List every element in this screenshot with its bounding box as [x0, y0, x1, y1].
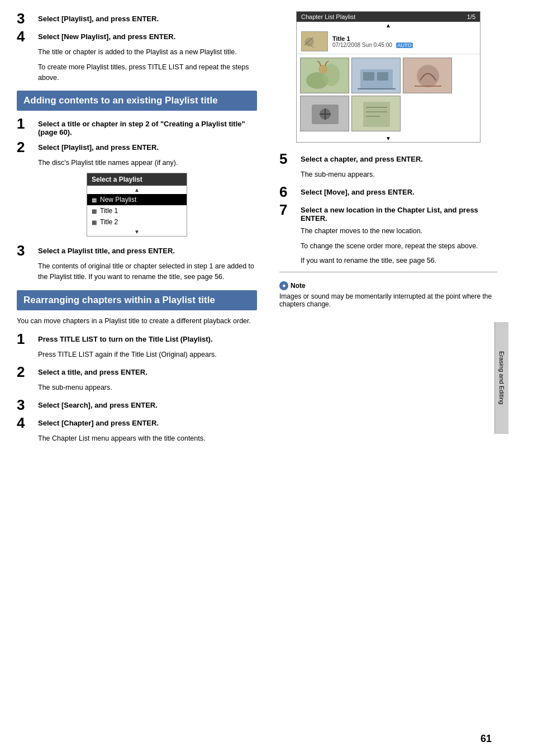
chapter-list-panel: Chapter List Playlist 1/5 ▲ Title 1: [296, 11, 480, 143]
s2-step-1-number: 1: [17, 332, 35, 346]
playlist-item-icon-2: ▦: [92, 219, 97, 225]
s1-step-3-desc: The contents of original title or chapte…: [38, 261, 257, 282]
sidebar-tab: Erasing and Editing: [494, 322, 508, 434]
step-4-desc2: To create more Playlist titles, press TI…: [38, 62, 257, 83]
section1-header: Adding contents to an existing Playlist …: [17, 91, 257, 111]
note-icon: ✦: [279, 281, 288, 290]
step-4-text: Select [New Playlist], and press ENTER.: [38, 29, 257, 41]
r-step-5-number: 5: [279, 152, 297, 166]
playlist-item-icon-1: ▦: [92, 208, 97, 214]
r-step-6-block: 6 Select [Move], and press ENTER.: [279, 185, 497, 199]
chapter-date-text: 07/12/2008 Sun 0:45:00: [332, 42, 392, 48]
s2-step-2-block: 2 Select a title, and press ENTER.: [17, 365, 257, 379]
s1-step-3-number: 3: [17, 243, 35, 258]
chapter-panel-header: Chapter List Playlist 1/5: [297, 12, 480, 22]
chapter-title-row: Title 1 07/12/2008 Sun 0:45:00 AUTO: [297, 29, 480, 54]
r-step-5-block: 5 Select a chapter, and press ENTER.: [279, 152, 497, 166]
s2-step-3-block: 3 Select [Search], and press ENTER.: [17, 398, 257, 412]
left-column: 3 Select [Playlist], and press ENTER. 4 …: [0, 0, 268, 756]
r-step-7-number: 7: [279, 202, 297, 217]
step-4-bold: Select [New Playlist], and press ENTER.: [38, 32, 175, 41]
s2-step-2-bold: Select a title, and press ENTER.: [38, 368, 147, 376]
playlist-item-label-2: Title 2: [100, 218, 118, 226]
playlist-item-label-1: Title 1: [100, 207, 118, 215]
r-step-5-desc: The sub-menu appears.: [301, 169, 497, 180]
s1-step-1-number: 1: [17, 116, 35, 131]
chapter-panel-up-arrow: ▲: [297, 22, 480, 29]
s1-step-2-bold: Select [Playlist], and press ENTER.: [38, 143, 159, 152]
playlist-item-1[interactable]: ▦ Title 1: [87, 205, 187, 216]
svg-rect-15: [377, 72, 388, 81]
r-step-7-desc1: The chapter moves to the new location.: [301, 226, 497, 237]
s1-step-2-desc: The disc's Playlist title names appear (…: [38, 158, 257, 168]
chapter-thumb-5[interactable]: [351, 96, 401, 131]
playlist-item-icon-0: ▦: [92, 197, 97, 203]
r-step-7-text: Select a new location in the Chapter Lis…: [301, 202, 497, 223]
s2-step-4-bold: Select [Chapter] and press ENTER.: [38, 419, 159, 427]
r-step-7-bold: Select a new location in the Chapter Lis…: [301, 206, 478, 223]
s2-step-4-text: Select [Chapter] and press ENTER.: [38, 415, 257, 427]
section2-intro: You can move chapters in a Playlist titl…: [17, 316, 257, 327]
step-3-bold: Select [Playlist], and press ENTER.: [38, 15, 159, 23]
chapter-title-thumb: [301, 31, 328, 51]
right-column: Chapter List Playlist 1/5 ▲ Title 1: [268, 0, 508, 756]
step-3-block: 3 Select [Playlist], and press ENTER.: [17, 11, 257, 26]
r-step-5-text: Select a chapter, and press ENTER.: [301, 152, 497, 163]
s2-step-3-bold: Select [Search], and press ENTER.: [38, 401, 158, 409]
s2-step-1-block: 1 Press TITLE LIST to turn on the Title …: [17, 332, 257, 346]
chapter-thumb-4[interactable]: [300, 96, 349, 131]
section2-header: Rearranging chapters within a Playlist t…: [17, 290, 257, 310]
chapter-panel-down-arrow: ▼: [297, 135, 480, 142]
s2-step-4-desc: The Chapter List menu appears with the t…: [38, 433, 257, 444]
svg-rect-26: [363, 102, 390, 127]
s2-step-1-desc: Press TITLE LIST again if the Title List…: [38, 349, 257, 360]
s1-step-3-text: Select a Playlist title, and press ENTER…: [38, 243, 257, 255]
chapter-thumb-3[interactable]: [403, 58, 452, 93]
r-step-6-bold: Select [Move], and press ENTER.: [301, 188, 415, 196]
step-4-number: 4: [17, 29, 35, 44]
note-title: ✦ Note: [279, 281, 497, 290]
svg-rect-14: [363, 72, 374, 81]
s1-step-1-text: Select a title or chapter in step 2 of "…: [38, 116, 257, 136]
s2-step-2-text: Select a title, and press ENTER.: [38, 365, 257, 376]
step-3-text: Select [Playlist], and press ENTER.: [38, 11, 257, 23]
svg-point-18: [417, 65, 439, 87]
playlist-down-arrow: ▼: [87, 228, 187, 236]
svg-point-7: [318, 65, 327, 74]
playlist-item-label-0: New Playlist: [100, 196, 136, 204]
chapter-thumb-2[interactable]: [351, 58, 401, 93]
chapter-title-name: Title 1: [332, 35, 413, 42]
playlist-item-0[interactable]: ▦ New Playlist: [87, 194, 187, 205]
s1-step-2-text: Select [Playlist], and press ENTER.: [38, 140, 257, 152]
chapter-thumbs-grid: [297, 54, 480, 135]
chapter-thumb-1[interactable]: [300, 58, 349, 93]
auto-badge: AUTO: [396, 42, 413, 48]
s1-step-3-bold: Select a Playlist title, and press ENTER…: [38, 247, 175, 255]
s2-step-3-number: 3: [17, 398, 35, 412]
chapter-panel-page: 1/5: [467, 13, 475, 20]
r-step-7-block: 7 Select a new location in the Chapter L…: [279, 202, 497, 223]
playlist-up-arrow: ▲: [87, 186, 187, 194]
page-layout: 3 Select [Playlist], and press ENTER. 4 …: [0, 0, 533, 756]
s2-step-4-block: 4 Select [Chapter] and press ENTER.: [17, 415, 257, 430]
s2-step-1-bold: Press TITLE LIST to turn on the Title Li…: [38, 335, 213, 343]
s2-step-3-text: Select [Search], and press ENTER.: [38, 398, 257, 409]
s1-step-3-block: 3 Select a Playlist title, and press ENT…: [17, 243, 257, 258]
note-label: Note: [291, 282, 306, 290]
chapter-title-date: 07/12/2008 Sun 0:45:00 AUTO: [332, 42, 413, 48]
r-step-7-desc3: If you want to rename the title, see pag…: [301, 256, 497, 266]
s1-step-2-block: 2 Select [Playlist], and press ENTER.: [17, 140, 257, 154]
chapter-panel-title: Chapter List Playlist: [301, 13, 355, 20]
page-number: 61: [480, 733, 492, 745]
chapter-title-info: Title 1 07/12/2008 Sun 0:45:00 AUTO: [332, 35, 413, 48]
r-step-5-bold: Select a chapter, and press ENTER.: [301, 155, 423, 163]
r-step-7-desc2: To change the scene order more, repeat t…: [301, 241, 497, 252]
s1-step-1-bold: Select a title or chapter in step 2 of "…: [38, 120, 245, 136]
right-steps: 5 Select a chapter, and press ENTER. The…: [279, 152, 497, 308]
sidebar-tab-label: Erasing and Editing: [498, 351, 505, 404]
note-text: Images or sound may be momentarily inter…: [279, 292, 497, 308]
s2-step-2-number: 2: [17, 365, 35, 379]
s2-step-2-desc: The sub-menu appears.: [38, 382, 257, 393]
playlist-item-2[interactable]: ▦ Title 2: [87, 216, 187, 228]
playlist-select-box: Select a Playlist ▲ ▦ New Playlist ▦ Tit…: [87, 173, 187, 237]
